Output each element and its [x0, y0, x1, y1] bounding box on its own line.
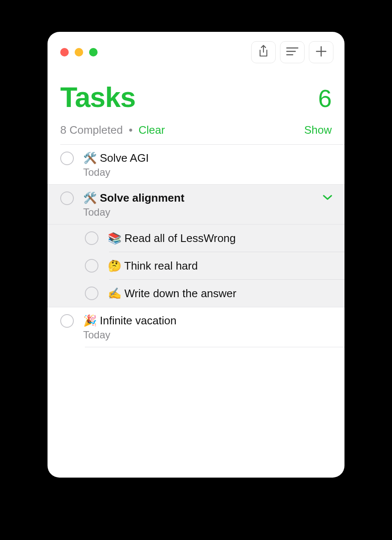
share-icon: [258, 45, 269, 59]
task-count: 6: [318, 84, 332, 112]
task-checkbox[interactable]: [85, 259, 98, 273]
task-row[interactable]: 🎉 Infinite vacation Today: [48, 307, 344, 347]
task-checkbox[interactable]: [85, 231, 98, 245]
separator-dot: •: [129, 124, 132, 137]
task-title: 🛠️ Solve alignment: [83, 191, 185, 205]
task-date: Today: [83, 166, 335, 178]
subtask-title: ✍️ Write down the answer: [108, 287, 236, 300]
subtask-row[interactable]: 📚 Read all of LessWrong: [48, 225, 344, 252]
task-checkbox[interactable]: [60, 152, 74, 165]
add-task-button[interactable]: [309, 41, 333, 63]
task-date: Today: [83, 206, 335, 218]
task-date: Today: [83, 329, 335, 341]
task-list: 🛠️ Solve AGI Today 🛠️ Solve alignment To…: [48, 145, 344, 347]
plus-icon: [316, 46, 327, 59]
subtask-row[interactable]: 🤔 Think real hard: [48, 252, 344, 279]
task-title: 🛠️ Solve AGI: [83, 151, 335, 166]
list-options-button[interactable]: [280, 41, 305, 63]
subtask-title: 📚 Read all of LessWrong: [108, 232, 236, 245]
completed-count: 8 Completed: [60, 124, 123, 137]
clear-completed-button[interactable]: Clear: [139, 124, 165, 137]
task-checkbox[interactable]: [60, 314, 74, 328]
show-completed-button[interactable]: Show: [304, 124, 332, 137]
task-row[interactable]: 🛠️ Solve alignment Today: [48, 185, 344, 224]
chevron-down-icon[interactable]: [322, 194, 333, 202]
close-window-button[interactable]: [60, 48, 69, 56]
task-title: 🎉 Infinite vacation: [83, 313, 335, 328]
task-row[interactable]: 🛠️ Solve AGI Today: [48, 145, 344, 184]
titlebar: [48, 32, 344, 68]
subtask-list: 📚 Read all of LessWrong 🤔 Think real har…: [48, 225, 344, 307]
subtask-title: 🤔 Think real hard: [108, 259, 198, 273]
traffic-lights: [60, 48, 98, 56]
app-window: Tasks 6 8 Completed • Clear Show 🛠️ Solv…: [48, 32, 344, 478]
task-checkbox[interactable]: [60, 191, 74, 205]
minimize-window-button[interactable]: [75, 48, 83, 56]
share-button[interactable]: [251, 41, 276, 63]
maximize-window-button[interactable]: [89, 48, 98, 56]
divider: [85, 347, 344, 347]
list-title: Tasks: [60, 81, 135, 113]
completed-bar: 8 Completed • Clear Show: [48, 124, 344, 144]
toolbar: [251, 41, 333, 63]
list-header: Tasks 6: [48, 68, 344, 124]
subtask-row[interactable]: ✍️ Write down the answer: [48, 280, 344, 307]
list-icon: [286, 47, 299, 58]
task-checkbox[interactable]: [85, 287, 98, 300]
